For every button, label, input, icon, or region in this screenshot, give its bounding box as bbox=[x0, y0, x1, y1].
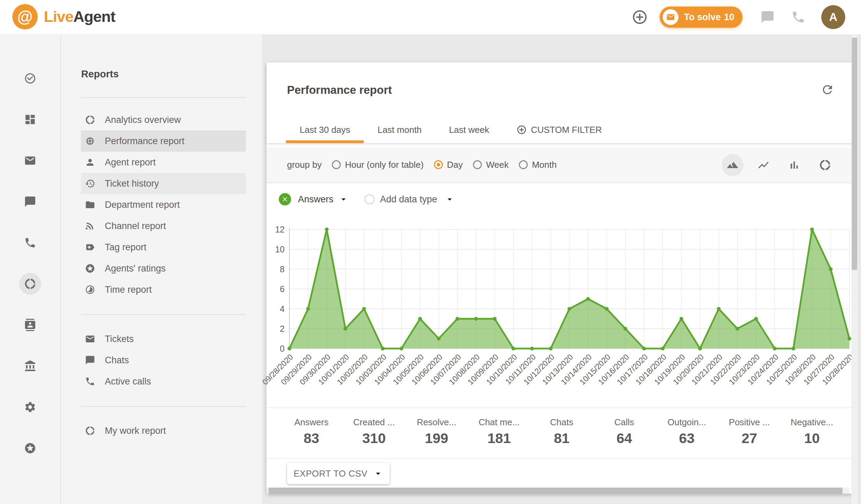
answers-area-chart: 02468101209/28/202009/29/202009/30/20201… bbox=[266, 216, 853, 407]
divider bbox=[81, 97, 246, 98]
radio-label: Month bbox=[532, 160, 557, 170]
stat-label: Chats bbox=[531, 417, 593, 428]
rail-item[interactable] bbox=[19, 396, 41, 418]
main-content: Performance report Last 30 days Last mon… bbox=[262, 34, 861, 504]
stat[interactable]: Negative... 10 bbox=[781, 408, 843, 458]
nav-item[interactable]: Tag report bbox=[81, 237, 246, 258]
line-chart-icon bbox=[757, 159, 770, 171]
chart-type-button[interactable] bbox=[722, 154, 744, 176]
group-by-radio[interactable]: Hour (only for table) bbox=[332, 160, 424, 170]
tab[interactable]: CUSTOM FILTER bbox=[503, 116, 615, 143]
bank-icon bbox=[24, 360, 36, 372]
radio-label: Hour (only for table) bbox=[345, 160, 424, 170]
stat[interactable]: Calls 64 bbox=[593, 408, 656, 458]
horizontal-scrollbar[interactable] bbox=[266, 488, 849, 494]
nav-item[interactable]: My work report bbox=[81, 420, 246, 441]
vertical-scrollbar-thumb[interactable] bbox=[852, 38, 857, 270]
stat-value: 83 bbox=[280, 430, 343, 446]
page-title: Performance report bbox=[287, 84, 392, 97]
icon-rail bbox=[0, 34, 61, 504]
stat-value: 64 bbox=[593, 430, 656, 446]
rail-item[interactable] bbox=[19, 314, 41, 336]
group-by-radio[interactable]: Week bbox=[473, 160, 509, 170]
stat-value: 310 bbox=[343, 430, 405, 446]
tab[interactable]: Last week bbox=[435, 116, 503, 143]
svg-text:0: 0 bbox=[280, 344, 285, 353]
rail-item[interactable] bbox=[19, 232, 41, 254]
nav-item-label: Channel report bbox=[105, 221, 166, 231]
remove-series-button[interactable] bbox=[279, 193, 291, 205]
chart-type-button[interactable] bbox=[814, 154, 836, 176]
avatar[interactable]: A bbox=[821, 5, 845, 29]
data-type-row: Answers Add data type bbox=[266, 183, 853, 216]
nav-item-label: My work report bbox=[105, 426, 166, 436]
rail-item[interactable] bbox=[19, 67, 41, 89]
refresh-icon[interactable] bbox=[821, 83, 834, 97]
nav-item[interactable]: Performance report bbox=[81, 130, 246, 152]
chevron-down-icon[interactable] bbox=[338, 194, 349, 204]
group-by-radio[interactable]: Month bbox=[519, 160, 557, 170]
dashboard-icon bbox=[24, 113, 36, 126]
star-circle-icon bbox=[85, 263, 95, 274]
nav-item-label: Performance report bbox=[105, 136, 185, 147]
stat[interactable]: Resolve... 199 bbox=[405, 408, 468, 458]
nav-item[interactable]: Active calls bbox=[81, 371, 246, 392]
add-data-type-radio[interactable] bbox=[364, 194, 375, 204]
stat[interactable]: Answers 83 bbox=[280, 408, 343, 458]
divider bbox=[81, 406, 246, 407]
rail-item[interactable] bbox=[19, 437, 41, 459]
phone-icon bbox=[24, 237, 36, 249]
export-to-csv-button[interactable]: EXPORT TO CSV bbox=[287, 463, 390, 484]
stat[interactable]: Created ... 310 bbox=[343, 408, 405, 458]
stat-value: 10 bbox=[781, 430, 843, 446]
chart-type-button[interactable] bbox=[752, 154, 774, 176]
stat-label: Answers bbox=[280, 417, 343, 428]
radio-label: Day bbox=[447, 160, 463, 170]
tab-label: CUSTOM FILTER bbox=[531, 125, 602, 135]
rail-item[interactable] bbox=[19, 150, 41, 172]
svg-text:12: 12 bbox=[275, 225, 285, 234]
group-by-radio[interactable]: Day bbox=[434, 160, 463, 170]
tab-label: Last month bbox=[377, 125, 422, 135]
nav-item[interactable]: Tickets bbox=[81, 328, 246, 350]
to-solve-button[interactable]: To solve 10 bbox=[660, 7, 743, 28]
nav-item[interactable]: Time report bbox=[81, 279, 246, 300]
phone-icon[interactable] bbox=[791, 10, 806, 24]
stat[interactable]: Positive ... 27 bbox=[718, 408, 781, 458]
chat-icon[interactable] bbox=[760, 10, 775, 24]
nav-item[interactable]: Agent report bbox=[81, 152, 246, 173]
rail-item[interactable] bbox=[19, 273, 41, 295]
vertical-scrollbar[interactable] bbox=[851, 34, 858, 504]
nav-item[interactable]: Department report bbox=[81, 194, 246, 215]
rail-item[interactable] bbox=[19, 191, 41, 213]
tab[interactable]: Last 30 days bbox=[286, 116, 364, 143]
radio-icon bbox=[473, 160, 482, 169]
chart-type-button[interactable] bbox=[783, 154, 805, 176]
stat[interactable]: Chats 81 bbox=[531, 408, 593, 458]
add-new-icon[interactable] bbox=[632, 9, 648, 25]
stat-label: Calls bbox=[593, 417, 656, 428]
nav-item-label: Ticket history bbox=[105, 178, 159, 189]
nav-item-label: Chats bbox=[105, 355, 129, 366]
nav-item[interactable]: Agents' ratings bbox=[81, 258, 246, 279]
check-circle-icon bbox=[24, 72, 36, 85]
nav-item[interactable]: Channel report bbox=[81, 215, 246, 237]
stat-value: 63 bbox=[656, 430, 718, 446]
rail-item[interactable] bbox=[19, 355, 41, 377]
stat-value: 81 bbox=[531, 430, 593, 446]
series-chip-label: Answers bbox=[298, 194, 334, 205]
donut-icon bbox=[819, 159, 831, 171]
svg-text:6: 6 bbox=[280, 284, 285, 294]
stat[interactable]: Outgoin... 63 bbox=[656, 408, 718, 458]
svg-text:8: 8 bbox=[280, 264, 285, 274]
horizontal-scrollbar-thumb[interactable] bbox=[269, 488, 843, 494]
tab[interactable]: Last month bbox=[364, 116, 435, 143]
nav-item[interactable]: Analytics overview bbox=[81, 109, 246, 130]
rail-item[interactable] bbox=[19, 109, 41, 130]
stat[interactable]: Chat me... 181 bbox=[468, 408, 531, 458]
donut-icon bbox=[24, 278, 36, 290]
chevron-down-icon[interactable] bbox=[445, 194, 455, 204]
nav-item[interactable]: Chats bbox=[81, 350, 246, 371]
nav-item[interactable]: Ticket history bbox=[81, 173, 246, 194]
stat-label: Outgoin... bbox=[656, 417, 718, 428]
